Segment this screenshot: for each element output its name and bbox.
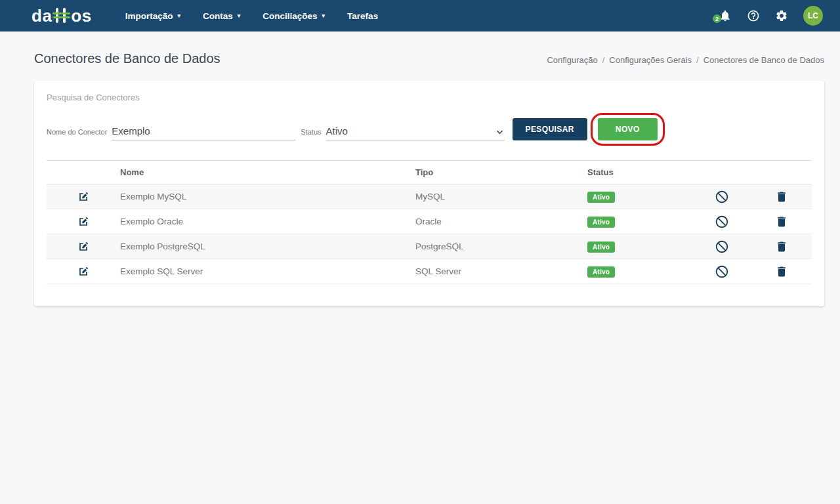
status-badge: Ativo <box>587 217 615 228</box>
new-button-wrap: NOVO <box>598 118 658 140</box>
cell-type: MySQL <box>415 192 587 201</box>
cell-name: Exemplo SQL Server <box>120 266 415 276</box>
edit-button[interactable] <box>75 238 92 255</box>
edit-icon <box>77 215 90 228</box>
cell-name: Exemplo PostgreSQL <box>120 242 415 251</box>
trash-icon <box>775 265 788 278</box>
search-form: Nome do Conector Status Ativo PESQUISAR … <box>47 118 812 140</box>
table-row: Exemplo PostgreSQL PostgreSQL Ativo <box>47 234 812 259</box>
logo-text-left: da <box>32 7 52 24</box>
cell-type: PostgreSQL <box>415 242 587 251</box>
deactivate-button[interactable] <box>713 188 731 206</box>
header-status: Status <box>587 167 692 177</box>
main-nav: Importação ▾ Contas ▾ Conciliações ▾ Tar… <box>114 0 389 32</box>
navbar-right: 2 LC <box>719 6 823 26</box>
edit-button[interactable] <box>75 213 92 230</box>
breadcrumb-separator: / <box>602 55 605 65</box>
chevron-down-icon <box>496 130 503 135</box>
search-button[interactable]: PESQUISAR <box>513 118 587 140</box>
nav-item-importacao[interactable]: Importação ▾ <box>114 0 192 32</box>
nav-item-conciliacoes[interactable]: Conciliações ▾ <box>251 0 336 32</box>
notifications-button[interactable]: 2 <box>719 9 732 22</box>
edit-button[interactable] <box>75 188 92 205</box>
block-icon <box>715 215 729 229</box>
breadcrumb-item-configuracoes-gerais[interactable]: Configurações Gerais <box>609 55 692 65</box>
table-row: Exemplo SQL Server SQL Server Ativo <box>47 259 812 284</box>
table-header-row: Nome Tipo Status <box>47 160 812 184</box>
new-button[interactable]: NOVO <box>598 118 658 140</box>
deactivate-button[interactable] <box>713 238 731 256</box>
gear-icon[interactable] <box>775 9 788 22</box>
connector-name-input[interactable] <box>112 124 295 140</box>
deactivate-button[interactable] <box>713 213 731 231</box>
edit-icon <box>77 240 90 253</box>
page-title: Conectores de Banco de Dados <box>34 51 220 66</box>
delete-button[interactable] <box>773 263 790 280</box>
delete-button[interactable] <box>773 188 790 205</box>
delete-button[interactable] <box>773 213 790 230</box>
status-selected-value: Ativo <box>326 125 348 136</box>
block-icon <box>715 264 729 279</box>
status-label: Status <box>301 128 321 136</box>
delete-button[interactable] <box>773 238 790 255</box>
nav-item-contas[interactable]: Contas ▾ <box>192 0 251 32</box>
header-tipo: Tipo <box>415 167 587 177</box>
header-nome: Nome <box>120 167 415 177</box>
notification-badge: 2 <box>713 14 721 23</box>
trash-icon <box>775 190 788 203</box>
status-badge: Ativo <box>587 266 615 278</box>
cell-name: Exemplo MySQL <box>120 192 415 201</box>
logo-text-right: os <box>71 7 91 24</box>
breadcrumb-separator: / <box>696 55 699 65</box>
nav-item-tarefas[interactable]: Tarefas <box>336 0 389 32</box>
table-row: Exemplo Oracle Oracle Ativo <box>47 209 812 234</box>
edit-icon <box>77 265 90 278</box>
status-badge: Ativo <box>587 192 615 203</box>
breadcrumb: Configuração / Configurações Gerais / Co… <box>547 55 824 65</box>
connector-name-label: Nome do Conector <box>47 128 107 136</box>
logo[interactable]: da os <box>32 7 92 24</box>
breadcrumb-item-configuracao[interactable]: Configuração <box>547 55 597 65</box>
search-section-title: Pesquisa de Conectores <box>47 93 812 102</box>
table-row: Exemplo MySQL MySQL Ativo <box>47 184 812 209</box>
connectors-card: Pesquisa de Conectores Nome do Conector … <box>34 81 824 306</box>
chevron-down-icon: ▾ <box>177 13 180 19</box>
block-icon <box>715 190 729 204</box>
connector-name-field: Nome do Conector <box>47 124 295 140</box>
deactivate-button[interactable] <box>713 262 731 281</box>
breadcrumb-item-current: Conectores de Banco de Dados <box>704 55 824 65</box>
connectors-table: Nome Tipo Status Exemplo MySQL MySQL Ati… <box>47 160 812 284</box>
status-badge: Ativo <box>587 242 615 253</box>
edit-icon <box>77 190 90 203</box>
cell-name: Exemplo Oracle <box>120 217 415 226</box>
trash-icon <box>775 215 788 228</box>
chevron-down-icon: ▾ <box>238 13 241 19</box>
help-icon[interactable] <box>747 9 760 22</box>
avatar[interactable]: LC <box>803 6 823 26</box>
trash-icon <box>775 240 788 253</box>
chevron-down-icon: ▾ <box>322 13 326 19</box>
navbar: da os Importação ▾ Contas ▾ Conciliações… <box>0 0 840 32</box>
block-icon <box>715 240 729 254</box>
cell-type: Oracle <box>415 217 587 226</box>
cell-type: SQL Server <box>415 266 587 276</box>
edit-button[interactable] <box>75 263 92 280</box>
logo-tt-glyph <box>52 7 70 24</box>
status-select[interactable]: Status Ativo <box>301 124 504 140</box>
